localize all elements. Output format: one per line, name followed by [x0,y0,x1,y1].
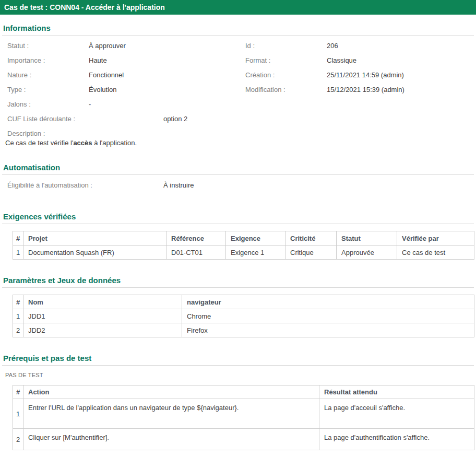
step-cell-action: Cliquer sur [M'authentifier]. [23,429,319,450]
exigences-col-exigence: Exigence [226,231,285,245]
parametres-cell-num: 2 [13,323,23,337]
step-cell-num: 1 [13,399,23,429]
pas-de-test-label: PAS DE TEST [5,372,476,378]
exigences-col-reference: Référence [166,231,226,245]
parametres-col-nom: Nom [23,295,182,309]
exigences-cell-num: 1 [13,245,23,260]
field-id-label: Id : [245,42,327,50]
field-statut-value: À approuver [89,42,126,50]
automatisation-fields: Éligibilité à l'automatisation : À instr… [0,181,476,196]
parametres-cell-nom: JDD2 [23,323,182,337]
section-automatisation: Automatisation Éligibilité à l'automatis… [0,163,476,196]
section-divider [2,287,474,288]
steps-col-resultat: Résultat attendu [319,385,474,399]
exigences-col-statut: Statut [337,231,397,245]
section-parametres: Paramètres et Jeux de données # Nom navi… [0,276,476,337]
section-divider [2,365,474,366]
field-format-label: Format : [245,56,327,64]
parametres-cell-num: 1 [13,309,23,323]
section-title-exigences: Exigences vérifiées [3,212,476,221]
field-nature-value: Fonctionnel [89,71,124,79]
section-title-informations: Informations [3,24,476,32]
field-type: Type : Évolution [0,86,238,100]
exigences-col-projet: Projet [23,231,166,245]
steps-table-row: 1 Entrer l'URL de l'application dans un … [13,399,474,429]
field-eligibilite: Éligibilité à l'automatisation : À instr… [0,181,476,196]
parametres-table-row: 2 JDD2 Firefox [13,323,474,337]
field-modification: Modification : 15/12/2021 15:39 (admin) [238,86,476,100]
section-prerequis: Prérequis et pas de test PAS DE TEST # A… [0,354,476,450]
steps-table-row: 2 Cliquer sur [M'authentifier]. La page … [13,429,474,450]
field-jalons: Jalons : - [0,100,238,115]
section-title-prerequis: Prérequis et pas de test [3,354,476,363]
field-format: Format : Classique [238,56,476,71]
description-label: Description : [0,130,476,139]
field-jalons-value: - [89,100,91,108]
exigences-cell-criticite: Critique [285,245,337,260]
field-creation: Création : 25/11/2021 14:59 (admin) [238,71,476,86]
section-title-automatisation: Automatisation [3,163,476,172]
field-modification-value: 15/12/2021 15:39 (admin) [327,86,404,93]
parametres-table-row: 1 JDD1 Chrome [13,309,474,323]
test-case-report: Cas de test : CONN04 - Accéder à l'appli… [0,0,476,450]
field-importance-value: Haute [89,56,107,64]
field-cuf-label: CUF Liste déroulante : [7,115,163,123]
pas-de-test-table: # Action Résultat attendu 1 Entrer l'URL… [13,385,474,450]
field-importance-label: Importance : [7,56,89,64]
parametres-cell-navigateur: Chrome [182,309,474,323]
exigences-col-verifiee-par: Vérifiée par [397,231,474,245]
step-cell-action: Entrer l'URL de l'application dans un na… [23,399,319,429]
exigences-table-row: 1 Documentation Squash (FR) D01-CT01 Exi… [13,245,474,260]
exigences-cell-reference: D01-CT01 [166,245,226,260]
field-type-value: Évolution [89,86,116,93]
parametres-col-navigateur: navigateur [182,295,474,309]
section-informations: Informations Statut : À approuver Import… [0,24,476,147]
field-id: Id : 206 [238,42,476,56]
description-bold-word: accès [73,139,92,147]
steps-header-row: # Action Résultat attendu [13,385,474,399]
steps-col-num: # [13,385,23,399]
field-type-label: Type : [7,86,89,93]
exigences-col-criticite: Criticité [285,231,337,245]
field-nature: Nature : Fonctionnel [0,71,238,86]
field-statut: Statut : À approuver [0,42,238,56]
exigences-cell-verifiee-par: Ce cas de test [397,245,474,260]
field-jalons-label: Jalons : [7,100,89,108]
exigences-table: # Projet Référence Exigence Criticité St… [13,231,474,260]
section-divider [2,35,474,36]
exigences-col-num: # [13,231,23,245]
field-cuf-value: option 2 [163,115,187,123]
informations-left-column: Statut : À approuver Importance : Haute … [0,42,238,115]
page-title: Cas de test : CONN04 - Accéder à l'appli… [4,3,165,11]
exigences-cell-exigence: Exigence 1 [226,245,285,260]
field-statut-label: Statut : [7,42,89,50]
exigences-cell-projet: Documentation Squash (FR) [23,245,166,260]
step-cell-resultat: La page d'acceuil s'affiche. [319,399,474,429]
exigences-cell-statut: Approuvée [337,245,397,260]
section-title-parametres: Paramètres et Jeux de données [3,276,476,285]
field-creation-value: 25/11/2021 14:59 (admin) [327,71,404,79]
parametres-col-num: # [13,295,23,309]
field-id-value: 206 [327,42,338,50]
step-cell-resultat: La page d'authentification s'affiche. [319,429,474,450]
field-format-value: Classique [327,56,356,64]
description-text-after: à l'application. [92,139,137,147]
field-creation-label: Création : [245,71,327,79]
field-eligibilite-value: À instruire [163,181,194,189]
parametres-cell-nom: JDD1 [23,309,182,323]
field-modification-label: Modification : [245,86,327,93]
description-text: Ce cas de test vérifie l'accès à l'appli… [0,139,476,147]
description-text-before: Ce cas de test vérifie l' [5,139,73,147]
informations-fields: Statut : À approuver Importance : Haute … [0,42,476,115]
title-bar: Cas de test : CONN04 - Accéder à l'appli… [0,0,476,15]
step-cell-num: 2 [13,429,23,450]
exigences-header-row: # Projet Référence Exigence Criticité St… [13,231,474,245]
section-divider [2,174,474,175]
field-nature-label: Nature : [7,71,89,79]
steps-col-action: Action [23,385,319,399]
field-cuf-liste-deroulante: CUF Liste déroulante : option 2 [0,115,476,130]
parametres-table: # Nom navigateur 1 JDD1 Chrome 2 JDD2 Fi… [13,295,474,337]
section-exigences: Exigences vérifiées # Projet Référence E… [0,212,476,260]
parametres-cell-navigateur: Firefox [182,323,474,337]
field-eligibilite-label: Éligibilité à l'automatisation : [7,181,163,189]
